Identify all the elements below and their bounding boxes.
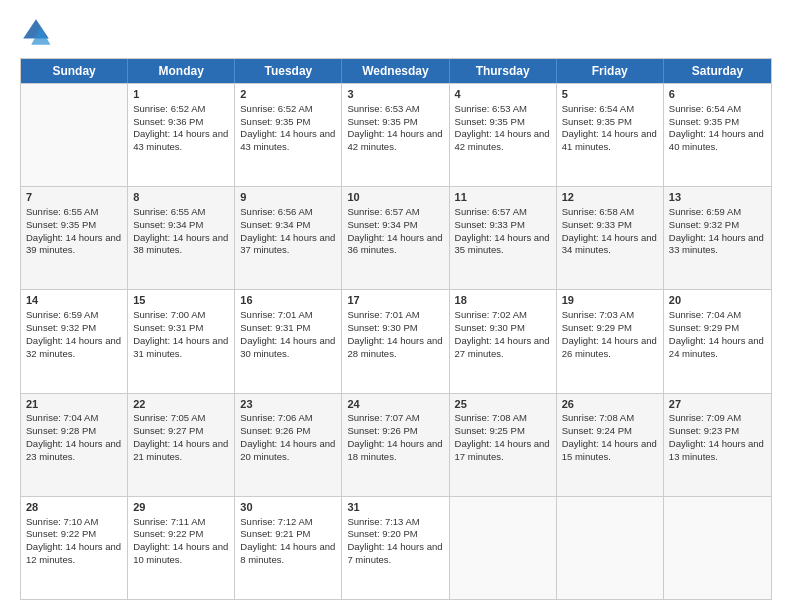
day-cell-5: 5Sunrise: 6:54 AMSunset: 9:35 PMDaylight… <box>557 84 664 186</box>
sunrise: Sunrise: 6:54 AM <box>669 103 741 114</box>
day-number: 19 <box>562 293 658 308</box>
daylight: Daylight: 14 hours and 18 minutes. <box>347 438 442 462</box>
calendar: SundayMondayTuesdayWednesdayThursdayFrid… <box>20 58 772 600</box>
sunrise: Sunrise: 6:59 AM <box>26 309 98 320</box>
sunset: Sunset: 9:30 PM <box>347 322 417 333</box>
daylight: Daylight: 14 hours and 15 minutes. <box>562 438 657 462</box>
daylight: Daylight: 14 hours and 39 minutes. <box>26 232 121 256</box>
day-cell-25: 25Sunrise: 7:08 AMSunset: 9:25 PMDayligh… <box>450 394 557 496</box>
daylight: Daylight: 14 hours and 40 minutes. <box>669 128 764 152</box>
sunset: Sunset: 9:35 PM <box>669 116 739 127</box>
daylight: Daylight: 14 hours and 41 minutes. <box>562 128 657 152</box>
sunset: Sunset: 9:26 PM <box>347 425 417 436</box>
daylight: Daylight: 14 hours and 28 minutes. <box>347 335 442 359</box>
sunrise: Sunrise: 7:09 AM <box>669 412 741 423</box>
calendar-body: 1Sunrise: 6:52 AMSunset: 9:36 PMDaylight… <box>21 83 771 599</box>
sunset: Sunset: 9:27 PM <box>133 425 203 436</box>
sunset: Sunset: 9:24 PM <box>562 425 632 436</box>
calendar-row-1: 1Sunrise: 6:52 AMSunset: 9:36 PMDaylight… <box>21 83 771 186</box>
day-cell-23: 23Sunrise: 7:06 AMSunset: 9:26 PMDayligh… <box>235 394 342 496</box>
day-number: 1 <box>133 87 229 102</box>
day-number: 28 <box>26 500 122 515</box>
sunrise: Sunrise: 7:05 AM <box>133 412 205 423</box>
sunset: Sunset: 9:20 PM <box>347 528 417 539</box>
daylight: Daylight: 14 hours and 10 minutes. <box>133 541 228 565</box>
day-cell-7: 7Sunrise: 6:55 AMSunset: 9:35 PMDaylight… <box>21 187 128 289</box>
sunrise: Sunrise: 6:53 AM <box>455 103 527 114</box>
daylight: Daylight: 14 hours and 20 minutes. <box>240 438 335 462</box>
sunrise: Sunrise: 7:06 AM <box>240 412 312 423</box>
logo-icon <box>20 16 52 48</box>
daylight: Daylight: 14 hours and 31 minutes. <box>133 335 228 359</box>
sunset: Sunset: 9:22 PM <box>133 528 203 539</box>
day-number: 15 <box>133 293 229 308</box>
sunrise: Sunrise: 7:04 AM <box>26 412 98 423</box>
sunset: Sunset: 9:35 PM <box>26 219 96 230</box>
sunset: Sunset: 9:33 PM <box>562 219 632 230</box>
day-cell-1: 1Sunrise: 6:52 AMSunset: 9:36 PMDaylight… <box>128 84 235 186</box>
day-cell-24: 24Sunrise: 7:07 AMSunset: 9:26 PMDayligh… <box>342 394 449 496</box>
daylight: Daylight: 14 hours and 30 minutes. <box>240 335 335 359</box>
header <box>20 16 772 48</box>
sunrise: Sunrise: 7:08 AM <box>562 412 634 423</box>
day-number: 6 <box>669 87 766 102</box>
day-cell-16: 16Sunrise: 7:01 AMSunset: 9:31 PMDayligh… <box>235 290 342 392</box>
day-cell-31: 31Sunrise: 7:13 AMSunset: 9:20 PMDayligh… <box>342 497 449 599</box>
daylight: Daylight: 14 hours and 27 minutes. <box>455 335 550 359</box>
sunrise: Sunrise: 7:13 AM <box>347 516 419 527</box>
day-number: 9 <box>240 190 336 205</box>
sunset: Sunset: 9:36 PM <box>133 116 203 127</box>
sunrise: Sunrise: 6:55 AM <box>26 206 98 217</box>
sunrise: Sunrise: 6:57 AM <box>455 206 527 217</box>
sunrise: Sunrise: 6:55 AM <box>133 206 205 217</box>
sunrise: Sunrise: 6:59 AM <box>669 206 741 217</box>
empty-cell <box>664 497 771 599</box>
sunrise: Sunrise: 7:01 AM <box>347 309 419 320</box>
header-cell-thursday: Thursday <box>450 59 557 83</box>
day-cell-9: 9Sunrise: 6:56 AMSunset: 9:34 PMDaylight… <box>235 187 342 289</box>
day-number: 24 <box>347 397 443 412</box>
day-number: 16 <box>240 293 336 308</box>
day-number: 17 <box>347 293 443 308</box>
sunrise: Sunrise: 6:52 AM <box>133 103 205 114</box>
sunset: Sunset: 9:29 PM <box>669 322 739 333</box>
calendar-row-5: 28Sunrise: 7:10 AMSunset: 9:22 PMDayligh… <box>21 496 771 599</box>
day-cell-17: 17Sunrise: 7:01 AMSunset: 9:30 PMDayligh… <box>342 290 449 392</box>
day-number: 10 <box>347 190 443 205</box>
day-cell-11: 11Sunrise: 6:57 AMSunset: 9:33 PMDayligh… <box>450 187 557 289</box>
sunrise: Sunrise: 6:53 AM <box>347 103 419 114</box>
day-number: 23 <box>240 397 336 412</box>
day-number: 5 <box>562 87 658 102</box>
sunrise: Sunrise: 7:01 AM <box>240 309 312 320</box>
page: SundayMondayTuesdayWednesdayThursdayFrid… <box>0 0 792 612</box>
daylight: Daylight: 14 hours and 26 minutes. <box>562 335 657 359</box>
sunset: Sunset: 9:33 PM <box>455 219 525 230</box>
day-cell-26: 26Sunrise: 7:08 AMSunset: 9:24 PMDayligh… <box>557 394 664 496</box>
day-number: 4 <box>455 87 551 102</box>
daylight: Daylight: 14 hours and 43 minutes. <box>133 128 228 152</box>
daylight: Daylight: 14 hours and 24 minutes. <box>669 335 764 359</box>
sunset: Sunset: 9:34 PM <box>240 219 310 230</box>
sunset: Sunset: 9:22 PM <box>26 528 96 539</box>
day-number: 18 <box>455 293 551 308</box>
day-cell-28: 28Sunrise: 7:10 AMSunset: 9:22 PMDayligh… <box>21 497 128 599</box>
daylight: Daylight: 14 hours and 42 minutes. <box>347 128 442 152</box>
header-cell-wednesday: Wednesday <box>342 59 449 83</box>
calendar-row-2: 7Sunrise: 6:55 AMSunset: 9:35 PMDaylight… <box>21 186 771 289</box>
daylight: Daylight: 14 hours and 8 minutes. <box>240 541 335 565</box>
day-number: 20 <box>669 293 766 308</box>
day-number: 30 <box>240 500 336 515</box>
day-number: 7 <box>26 190 122 205</box>
day-cell-10: 10Sunrise: 6:57 AMSunset: 9:34 PMDayligh… <box>342 187 449 289</box>
sunrise: Sunrise: 7:00 AM <box>133 309 205 320</box>
daylight: Daylight: 14 hours and 35 minutes. <box>455 232 550 256</box>
day-cell-2: 2Sunrise: 6:52 AMSunset: 9:35 PMDaylight… <box>235 84 342 186</box>
daylight: Daylight: 14 hours and 21 minutes. <box>133 438 228 462</box>
sunrise: Sunrise: 7:08 AM <box>455 412 527 423</box>
daylight: Daylight: 14 hours and 13 minutes. <box>669 438 764 462</box>
day-number: 25 <box>455 397 551 412</box>
sunrise: Sunrise: 6:54 AM <box>562 103 634 114</box>
daylight: Daylight: 14 hours and 38 minutes. <box>133 232 228 256</box>
day-cell-18: 18Sunrise: 7:02 AMSunset: 9:30 PMDayligh… <box>450 290 557 392</box>
sunrise: Sunrise: 7:04 AM <box>669 309 741 320</box>
